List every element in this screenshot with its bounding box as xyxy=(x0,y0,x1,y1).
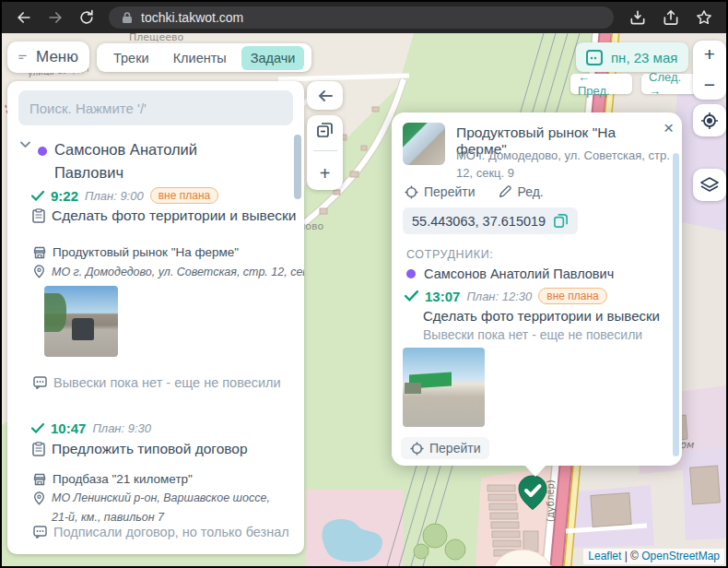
task-place-row[interactable]: Продбаза "21 километр" xyxy=(33,472,193,486)
menu-label: Меню xyxy=(36,48,78,66)
tab-zadachi[interactable]: Задачи xyxy=(241,46,305,70)
task-marker-pin[interactable] xyxy=(516,474,549,511)
clipboard-icon xyxy=(32,208,45,223)
pane-control: + xyxy=(307,115,343,190)
pencil-icon xyxy=(499,185,511,198)
task-comment: Вывески пока нет - еще не повесили xyxy=(53,375,281,390)
menu-button[interactable]: Меню xyxy=(7,41,89,73)
task-time: 10:47 xyxy=(51,420,86,436)
edit-link[interactable]: Ред. xyxy=(499,184,543,199)
share-icon[interactable] xyxy=(662,8,680,27)
task-title-row[interactable]: Предложить типовой договор xyxy=(32,441,248,457)
employee-color-dot xyxy=(38,147,47,156)
map-attribution: Leaflet | © OpenStreetMap xyxy=(583,549,724,564)
popup-tail xyxy=(523,464,547,477)
target-icon xyxy=(405,185,418,199)
place-popup: × Продуктовый рынок "На ферме" МО г. Дом… xyxy=(392,112,682,466)
task-place: Продуктовый рынок "На ферме" xyxy=(53,245,239,259)
task-address-row: МО г. Домодедово, ул. Советская, стр. 12… xyxy=(33,263,302,282)
photo-stall xyxy=(405,383,421,394)
arrow-left-icon xyxy=(317,89,334,103)
edit-label: Ред. xyxy=(517,184,543,199)
task-comment: Подписали договор, но только безнал xyxy=(53,525,289,539)
popup-actions: Перейти Ред. xyxy=(405,184,544,199)
lock-icon xyxy=(122,11,133,24)
tasks-sidebar: Самсонов Анатолий Павлович 9:22 План: 9:… xyxy=(7,81,304,554)
calendar-icon xyxy=(585,48,604,66)
task-photo[interactable] xyxy=(403,348,485,427)
add-button[interactable]: + xyxy=(320,163,331,184)
sidebar-scrollbar[interactable] xyxy=(294,135,301,199)
back-icon[interactable] xyxy=(15,8,33,27)
task-plan: План: 9:00 xyxy=(85,189,144,203)
prev-day-button[interactable]: ← Пред. xyxy=(570,74,632,94)
browser-toolbar: tochki.takwot.com xyxy=(2,2,726,33)
locate-button[interactable] xyxy=(693,104,726,136)
place-address: МО г. Домодедово, ул. Советская, стр. 12… xyxy=(456,148,673,183)
check-icon xyxy=(405,290,418,302)
task-comment-row: Вывески пока нет - еще не повесили xyxy=(33,375,281,390)
employee-color-dot xyxy=(406,269,416,278)
popup-employee-row[interactable]: Самсонов Анатолий Павлович xyxy=(406,266,614,281)
layers-button[interactable] xyxy=(693,169,726,201)
task-place-row[interactable]: Продуктовый рынок "На ферме" xyxy=(33,245,239,259)
collapse-sidebar-button[interactable] xyxy=(307,81,343,110)
goto-label: Перейти xyxy=(424,184,475,199)
task-time: 9:22 xyxy=(51,188,78,204)
task-title: Сделать фото территории и вывески xyxy=(52,207,296,224)
task-time: 13:07 xyxy=(425,289,460,304)
zoom-in-button[interactable]: + xyxy=(704,44,715,64)
check-icon xyxy=(31,423,44,433)
next-day-button[interactable]: След. → xyxy=(641,74,699,94)
leaflet-link[interactable]: Leaflet xyxy=(588,550,621,562)
copy-windows-icon[interactable] xyxy=(316,121,335,139)
task-photo[interactable] xyxy=(44,286,118,357)
task-status-row: 9:22 План: 9:00 вне плана xyxy=(31,187,218,204)
task-address-row: МО Ленинский р-он, Варшавское шоссе, 21-… xyxy=(33,489,282,528)
map-label-district: Плещеево xyxy=(129,33,183,43)
task-title-row[interactable]: Сделать фото территории и вывески xyxy=(32,207,296,224)
map-canvas[interactable]: Плещеево улица Свердлова ново (дублёр) С… xyxy=(2,33,726,566)
out-of-plan-badge: вне плана xyxy=(150,187,218,204)
popup-task-status-row: 13:07 План: 12:30 вне плана xyxy=(405,288,607,304)
task-plan: План: 9:30 xyxy=(92,421,151,435)
date-picker[interactable]: пн, 23 мая xyxy=(576,42,688,72)
employees-header: СОТРУДНИКИ: xyxy=(406,248,493,261)
comment-icon xyxy=(33,376,47,389)
goto-bottom-link[interactable]: Перейти xyxy=(401,437,489,459)
menu-filter-icon xyxy=(18,49,27,65)
bookmark-star-icon[interactable] xyxy=(695,8,713,27)
photo-car xyxy=(72,318,94,341)
task-place: Продбаза "21 километр" xyxy=(53,472,193,486)
out-of-plan-badge: вне плана xyxy=(538,288,606,304)
view-tabs: Треки Клиенты Задачи xyxy=(97,43,311,72)
url-text: tochki.takwot.com xyxy=(141,10,243,25)
zoom-control: + − xyxy=(693,41,726,100)
zoom-out-button[interactable]: − xyxy=(704,75,715,94)
place-thumbnail[interactable] xyxy=(403,123,445,165)
task-plan: План: 12:30 xyxy=(466,290,532,303)
attribution-separator: | © xyxy=(621,550,641,562)
task-address: МО г. Домодедово, ул. Советская, стр. 12… xyxy=(52,263,302,282)
divider xyxy=(313,150,337,151)
layers-icon xyxy=(699,176,720,195)
search-input[interactable] xyxy=(18,90,293,125)
tab-klienty[interactable]: Клиенты xyxy=(164,46,236,70)
osm-link[interactable]: OpenStreetMap xyxy=(641,550,720,562)
address-bar[interactable]: tochki.takwot.com xyxy=(109,6,614,29)
download-icon[interactable] xyxy=(628,8,647,27)
goto-link[interactable]: Перейти xyxy=(405,184,475,199)
coordinates-chip: 55.443063, 37.615019 xyxy=(403,207,578,234)
reload-icon[interactable] xyxy=(77,8,96,27)
task-address: МО Ленинский р-он, Варшавское шоссе, 21-… xyxy=(52,489,282,528)
copy-icon[interactable] xyxy=(553,213,569,229)
popup-scrollbar[interactable] xyxy=(673,153,679,456)
task-status-row: 10:47 План: 9:30 xyxy=(31,420,151,436)
browser-actions xyxy=(628,8,713,27)
employee-row[interactable]: Самсонов Анатолий Павлович xyxy=(20,138,229,184)
location-pin-icon xyxy=(33,265,45,278)
task-title: Сделать фото территории и вывески xyxy=(423,308,660,324)
forward-icon[interactable] xyxy=(46,8,65,27)
tab-treki[interactable]: Треки xyxy=(104,46,159,70)
employee-name: Самсонов Анатолий Павлович xyxy=(424,266,614,281)
